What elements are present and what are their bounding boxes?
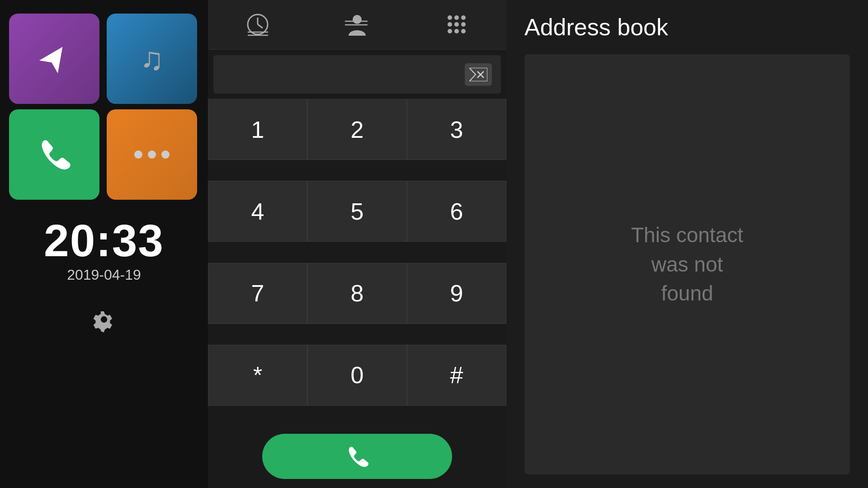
address-book-title: Address book [524,14,850,41]
app-tile-more[interactable] [107,109,197,200]
svg-point-13 [461,15,466,20]
svg-point-11 [448,15,452,20]
dialpad-grid: 1 2 3 4 5 6 7 8 9 * 0 # [208,99,506,427]
phone-input[interactable] [222,65,465,84]
navigation-icon [36,41,72,77]
dial-key-4[interactable]: 4 [208,181,307,242]
dial-key-3[interactable]: 3 [407,99,506,160]
dialpad-container: 1 2 3 4 5 6 7 8 9 * 0 # [208,50,506,488]
clock-section: 20:33 2019-04-19 [44,218,164,283]
svg-marker-0 [39,41,72,73]
dial-key-9[interactable]: 9 [407,263,506,324]
dial-key-6[interactable]: 6 [407,181,506,242]
dial-key-7[interactable]: 7 [208,263,307,324]
dial-key-8[interactable]: 8 [307,263,407,324]
address-book-content: This contactwas notfound [524,54,850,474]
contacts-tab[interactable] [331,8,383,42]
dialpad-tab[interactable] [431,8,483,42]
svg-point-16 [461,22,466,27]
not-found-message: This contactwas notfound [631,221,743,308]
phone-input-row [213,55,501,94]
top-nav [208,0,506,50]
backspace-button[interactable] [465,63,492,86]
settings-button[interactable] [90,306,118,335]
recents-icon [245,12,270,37]
contacts-icon [345,12,370,37]
svg-point-12 [454,15,459,20]
music-icon: ♫ [140,43,164,75]
clock-date: 2019-04-19 [44,267,164,283]
svg-point-14 [448,22,452,27]
call-button-row [208,427,506,488]
svg-point-2 [101,316,107,323]
dial-key-2[interactable]: 2 [307,99,407,160]
dial-key-hash[interactable]: # [407,345,506,406]
clock-time: 20:33 [44,218,164,263]
svg-point-8 [353,15,362,24]
svg-point-17 [448,29,452,33]
svg-line-5 [258,24,263,28]
svg-point-19 [461,29,466,33]
app-grid: ♫ [9,14,199,200]
backspace-icon [469,68,487,81]
dialpad-icon [444,12,469,37]
dial-key-1[interactable]: 1 [208,99,307,160]
svg-point-18 [454,29,459,33]
phone-icon [36,136,72,173]
center-panel: 1 2 3 4 5 6 7 8 9 * 0 # [208,0,506,488]
more-dots-icon [134,150,170,159]
dial-key-star[interactable]: * [208,345,307,406]
dial-key-5[interactable]: 5 [307,181,407,242]
dial-key-0[interactable]: 0 [307,345,407,406]
right-panel: Address book This contactwas notfound [506,0,868,488]
left-panel: ♫ 20:33 2019-04-19 [0,0,208,488]
call-phone-icon [345,444,370,469]
recents-tab[interactable] [232,8,284,42]
app-tile-navigation[interactable] [9,14,99,104]
svg-point-15 [454,22,459,27]
svg-marker-20 [469,68,487,81]
app-tile-phone[interactable] [9,109,99,200]
gear-icon [90,306,118,333]
app-tile-music[interactable]: ♫ [107,14,197,104]
call-button[interactable] [262,434,452,479]
